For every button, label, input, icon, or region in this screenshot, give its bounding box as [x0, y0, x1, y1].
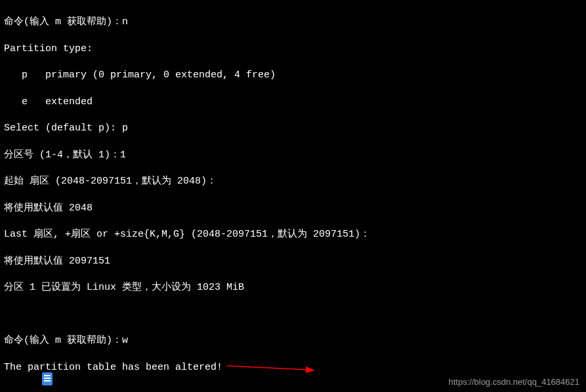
output-line: Partition type:: [4, 43, 582, 56]
output-line: e extended: [4, 96, 582, 109]
watermark-text: https://blog.csdn.net/qq_41684621: [449, 377, 580, 387]
output-line: 命令(输入 m 获取帮助)：n: [4, 16, 582, 29]
output-line: 将使用默认值 2048: [4, 202, 582, 215]
output-line: [4, 387, 582, 392]
output-line: [4, 308, 582, 321]
output-line: Last 扇区, +扇区 or +size{K,M,G} (2048-20971…: [4, 228, 582, 241]
terminal-output[interactable]: 命令(输入 m 获取帮助)：n Partition type: p primar…: [0, 0, 586, 392]
output-line: 将使用默认值 2097151: [4, 255, 582, 268]
output-line: 起始 扇区 (2048-2097151，默认为 2048)：: [4, 175, 582, 188]
output-line: p primary (0 primary, 0 extended, 4 free…: [4, 69, 582, 82]
output-line: 分区 1 已设置为 Linux 类型，大小设为 1023 MiB: [4, 281, 582, 294]
output-line: 分区号 (1-4，默认 1)：1: [4, 149, 582, 162]
output-line: 命令(输入 m 获取帮助)：w: [4, 334, 582, 347]
output-line: Select (default p): p: [4, 122, 582, 135]
output-line: The partition table has been altered!: [4, 361, 582, 374]
